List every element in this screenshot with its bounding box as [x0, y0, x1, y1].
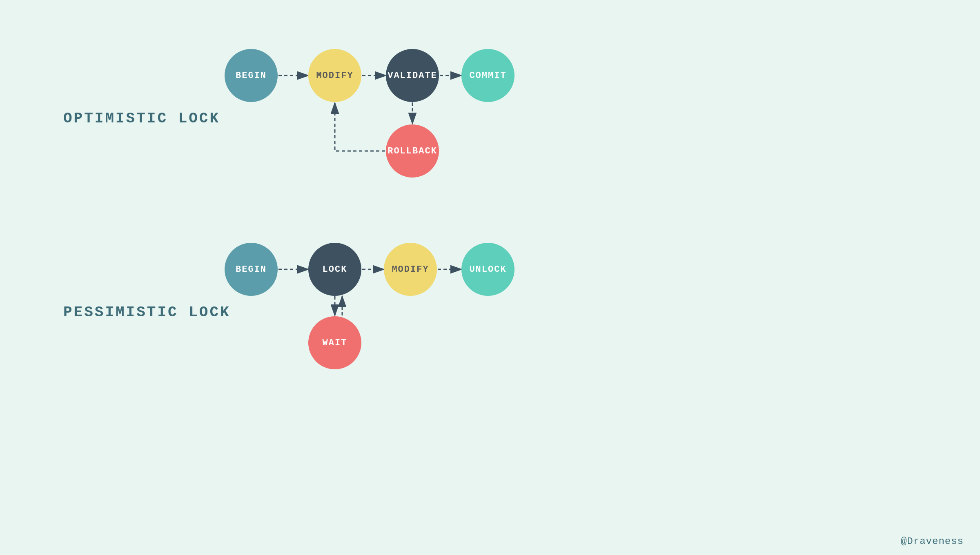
optimistic-lock-label: OPTIMISTIC LOCK — [63, 110, 220, 127]
optimistic-modify-node: MODIFY — [308, 49, 361, 102]
optimistic-validate-node: VALIDATE — [386, 49, 439, 102]
pessimistic-wait-node: WAIT — [308, 316, 361, 369]
pessimistic-begin-node: BEGIN — [225, 243, 278, 296]
pessimistic-lock-label: PESSIMISTIC LOCK — [63, 304, 231, 321]
optimistic-rollback-node: ROLLBACK — [386, 124, 439, 178]
pessimistic-unlock-node: UNLOCK — [461, 243, 514, 296]
pessimistic-modify-node: MODIFY — [384, 243, 437, 296]
pessimistic-lock-node: LOCK — [308, 243, 361, 296]
optimistic-commit-node: COMMIT — [461, 49, 514, 102]
watermark: @Draveness — [901, 536, 964, 547]
optimistic-begin-node: BEGIN — [225, 49, 278, 102]
